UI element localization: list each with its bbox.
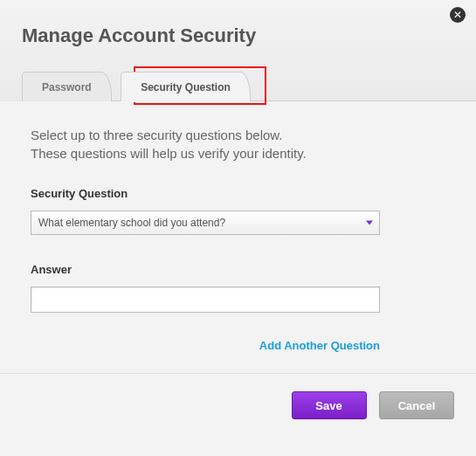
security-question-label: Security Question <box>31 187 445 200</box>
dialog-footer: Save Cancel <box>0 374 476 437</box>
save-button[interactable]: Save <box>292 391 367 419</box>
tab-content: Select up to three security questions be… <box>0 101 476 352</box>
intro-line-2: These questions will help us verify your… <box>31 146 307 161</box>
intro-text: Select up to three security questions be… <box>31 126 445 162</box>
page-title: Manage Account Security <box>22 24 476 47</box>
account-security-dialog: ✕ Manage Account Security Password Secur… <box>0 0 476 456</box>
tab-bar: Password Security Question <box>22 72 476 101</box>
close-icon[interactable]: ✕ <box>450 7 466 23</box>
tab-security-question[interactable]: Security Question <box>121 72 251 101</box>
cancel-button[interactable]: Cancel <box>379 391 454 419</box>
dialog-header: Manage Account Security <box>0 0 476 47</box>
answer-input[interactable] <box>31 287 380 313</box>
intro-line-1: Select up to three security questions be… <box>31 128 283 142</box>
security-question-select[interactable]: What elementary school did you attend? <box>31 211 380 235</box>
security-question-value: What elementary school did you attend? <box>31 211 380 235</box>
answer-label: Answer <box>31 263 445 276</box>
add-another-question-link[interactable]: Add Another Question <box>31 339 380 352</box>
tab-password[interactable]: Password <box>22 72 112 101</box>
